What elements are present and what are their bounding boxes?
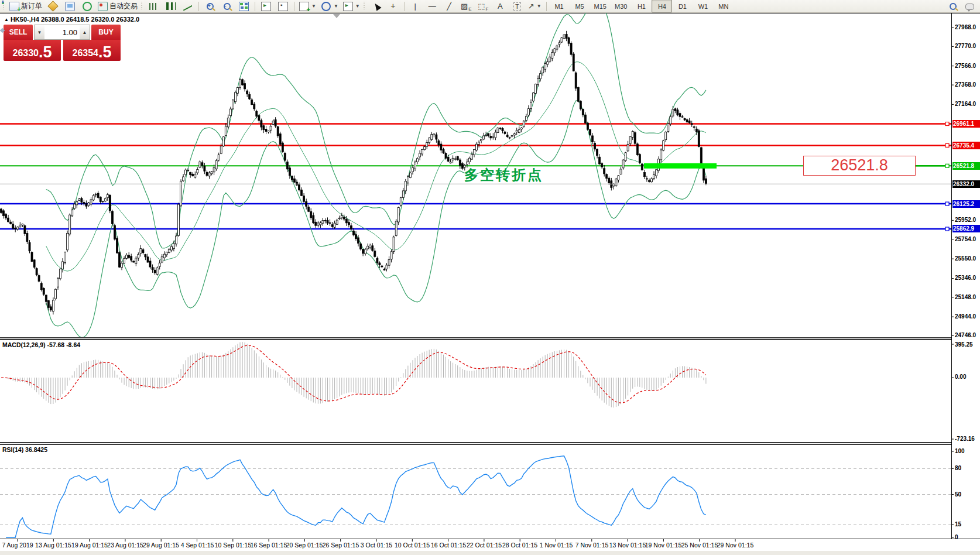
price-callout-box[interactable]: 26521.8 — [803, 156, 916, 176]
price-tick-label: 24944.0 — [955, 313, 976, 320]
macd-label: MACD(12,26,9) -57.68 -8.64 — [2, 341, 80, 348]
toolbar-separator — [198, 2, 199, 11]
bar-chart-button[interactable] — [145, 0, 162, 12]
sell-price-button[interactable]: 26330.5 — [4, 40, 61, 61]
timeframe-button-m30[interactable]: M30 — [611, 0, 631, 13]
level-price-label-support-2: 25862.9 — [952, 225, 980, 232]
buy-button[interactable]: BUY — [91, 25, 121, 40]
window-bottom-strip — [0, 551, 980, 555]
volume-input[interactable] — [44, 25, 80, 39]
chart-shift-button[interactable] — [275, 0, 292, 12]
chart-shift-marker-icon — [333, 14, 340, 18]
rsi-pane[interactable] — [0, 445, 951, 539]
vertical-line-button[interactable]: | — [407, 0, 424, 12]
arrows-dropdown[interactable]: ↗▼ — [526, 0, 544, 12]
auto-trading-button[interactable]: 自动交易 — [95, 0, 140, 12]
macd-pane[interactable] — [0, 340, 951, 442]
signals-button[interactable] — [78, 0, 95, 12]
toolbar-separator — [255, 2, 255, 11]
vertical-line-icon: | — [414, 2, 416, 11]
price-tick-label: 27164.0 — [955, 101, 976, 107]
tile-windows-icon — [239, 2, 249, 11]
template-dropdown[interactable]: ▼ — [341, 0, 362, 12]
timeframe-button-h1[interactable]: H1 — [631, 0, 652, 13]
toolbar-separator — [294, 2, 294, 11]
candle-chart-button[interactable] — [162, 0, 179, 12]
main-toolbar: 新订单 自动交易 + - ▼ ▼ ▼ + | — ╱ ▨E ⬚F A T ↗▼ … — [0, 0, 980, 13]
arrow-tool-icon: ↗ — [528, 2, 534, 11]
one-click-trading-panel: SELL ▼ ▲ BUY 26330.5 26354.5 — [4, 25, 121, 61]
date-tick-label: 3 Oct 01:15 — [361, 542, 392, 549]
chart-annotation: 多空转折点 — [464, 166, 543, 184]
label-tool-icon: T — [513, 2, 521, 11]
rsi-tick-label: 80 — [955, 465, 961, 471]
volume-decrease-button[interactable]: ▼ — [35, 25, 44, 39]
timeframe-button-m5[interactable]: M5 — [570, 0, 590, 13]
auto-scroll-button[interactable] — [258, 0, 275, 12]
trendline-icon: ╱ — [447, 2, 451, 11]
macd-tick-label: 0.00 — [955, 374, 966, 380]
bar-chart-icon — [149, 3, 158, 10]
level-price-label-resistance-1: 26961.1 — [952, 120, 980, 128]
fibonacci-icon: ⬚ — [478, 2, 485, 11]
search-button[interactable] — [944, 0, 961, 12]
toolbar-grip[interactable] — [364, 2, 366, 11]
price-tick-label: 25148.0 — [955, 294, 976, 300]
new-order-button[interactable]: 新订单 — [7, 0, 44, 12]
pane-separator-macd[interactable] — [0, 337, 951, 340]
period-dropdown[interactable]: ▼ — [318, 0, 341, 12]
timeframe-button-d1[interactable]: D1 — [672, 0, 693, 13]
date-tick-label: 13 Aug 01:15 — [35, 542, 71, 549]
chat-icon — [965, 4, 974, 10]
date-tick-label: 25 Nov 01:15 — [681, 542, 718, 549]
new-order-icon — [9, 2, 19, 11]
channel-icon: ▨ — [461, 2, 468, 11]
rsi-tick-label: 15 — [955, 521, 961, 527]
zoom-in-button[interactable]: + — [201, 0, 218, 12]
toolbar-separator — [546, 2, 547, 11]
tick-chart-button[interactable] — [44, 0, 61, 12]
fibonacci-button[interactable]: ⬚F — [475, 0, 492, 12]
date-tick-label: 4 Sep 01:15 — [181, 542, 214, 549]
trendline-button[interactable]: ╱ — [441, 0, 458, 12]
text-label-button[interactable]: T — [509, 0, 526, 12]
horizontal-line-button[interactable]: — — [424, 0, 441, 12]
timeframe-button-m1[interactable]: M1 — [549, 0, 570, 13]
sell-button[interactable]: SELL — [4, 25, 33, 40]
line-chart-icon — [183, 2, 192, 11]
chat-button[interactable] — [961, 0, 978, 12]
search-icon — [950, 3, 957, 10]
timeframe-button-mn[interactable]: MN — [713, 0, 734, 13]
date-tick-label: 29 Aug 01:15 — [143, 542, 179, 549]
equidistant-channel-button[interactable]: ▨E — [458, 0, 475, 12]
chart-shift-icon — [278, 2, 288, 11]
tile-windows-button[interactable] — [235, 0, 252, 12]
new-chart-icon — [299, 2, 309, 11]
date-tick-label: 16 Sep 01:15 — [251, 542, 287, 549]
pane-separator-rsi[interactable] — [0, 442, 951, 445]
chevron-down-icon: ▼ — [355, 4, 360, 9]
date-tick-label: 28 Oct 01:15 — [502, 542, 537, 549]
level-price-label-pivot-green: 26521.8 — [952, 162, 980, 170]
buy-price-button[interactable]: 26354.5 — [63, 40, 121, 61]
cursor-button[interactable] — [368, 0, 385, 12]
text-tool-button[interactable]: A — [492, 0, 509, 12]
chart-title: ▲HK50-,H4 26388.0 26418.5 26320.0 26332.… — [4, 16, 139, 23]
timeframe-group: M1M5M15M30H1H4D1W1MN — [549, 0, 734, 13]
volume-increase-button[interactable]: ▲ — [80, 25, 90, 39]
crosshair-button[interactable]: + — [385, 0, 402, 12]
new-chart-dropdown[interactable]: ▼ — [297, 0, 318, 12]
timeframe-button-m15[interactable]: M15 — [590, 0, 611, 13]
toolbar-grip[interactable] — [141, 2, 144, 11]
timeframe-button-w1[interactable]: W1 — [693, 0, 713, 13]
rsi-label: RSI(14) 36.8425 — [2, 446, 47, 453]
level-price-label-support-1: 26125.2 — [952, 200, 980, 208]
zoom-out-button[interactable]: - — [218, 0, 235, 12]
text-tool-icon: A — [498, 2, 503, 11]
rsi-tick-label: 100 — [955, 448, 965, 454]
terminal-button[interactable] — [61, 0, 78, 12]
new-order-label: 新订单 — [21, 1, 42, 11]
line-chart-button[interactable] — [179, 0, 196, 12]
timeframe-button-h4[interactable]: H4 — [652, 0, 672, 13]
toolbar-separator — [404, 2, 405, 11]
